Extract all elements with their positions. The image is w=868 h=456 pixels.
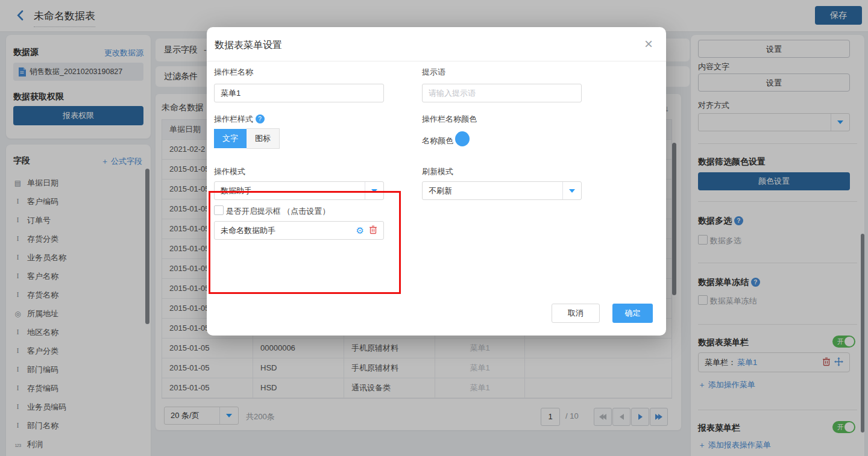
refresh-mode-value: 不刷新	[423, 186, 452, 196]
app-root: 未命名数据表 保存 数据源 更改数据源 销售数据_20210203190827 …	[0, 0, 868, 456]
checkbox-icon[interactable]	[214, 205, 224, 215]
divider	[207, 61, 666, 61]
confirm-button[interactable]: 确定	[612, 304, 653, 323]
tip-checkbox-label: 是否开启提示框	[226, 207, 281, 216]
chevron-down-icon	[569, 189, 575, 193]
table-menu-settings-dialog: 数据表菜单设置 × 操作栏名称 提示语 操作栏样式 ? 文字图标 操作栏名称颜色…	[207, 27, 666, 336]
delete-icon[interactable]	[369, 225, 377, 236]
refresh-mode-select[interactable]: 不刷新	[422, 181, 582, 200]
help-icon[interactable]: ?	[256, 114, 265, 123]
bar-color-label: 操作栏名称颜色	[422, 114, 477, 125]
cancel-button[interactable]: 取消	[552, 304, 600, 323]
tab-text-style[interactable]: 文字	[214, 129, 247, 148]
action-mode-select[interactable]: 数据助手	[214, 181, 384, 200]
assistant-name: 未命名数据助手	[215, 225, 275, 236]
bar-name-input[interactable]	[214, 84, 384, 102]
action-mode-value: 数据助手	[215, 186, 252, 196]
refresh-mode-label: 刷新模式	[422, 166, 453, 177]
tip-input[interactable]	[422, 84, 582, 102]
dialog-title: 数据表菜单设置	[215, 39, 282, 52]
color-swatch[interactable]	[455, 131, 470, 146]
tip-label: 提示语	[422, 67, 445, 78]
bar-style-label: 操作栏样式 ?	[214, 114, 265, 125]
close-icon[interactable]: ×	[644, 36, 653, 52]
style-tab-group: 文字图标	[214, 128, 280, 149]
tip-checkbox-hint[interactable]: （点击设置）	[283, 207, 330, 216]
assistant-item: 未命名数据助手 ⚙	[214, 221, 384, 240]
tab-icon-style[interactable]: 图标	[247, 128, 280, 149]
action-mode-label: 操作模式	[214, 166, 245, 177]
name-color-label: 名称颜色	[422, 136, 453, 146]
gear-icon[interactable]: ⚙	[356, 226, 364, 235]
chevron-down-icon	[371, 189, 377, 193]
tip-dialog-option[interactable]: 是否开启提示框 （点击设置）	[214, 205, 330, 217]
bar-name-label: 操作栏名称	[214, 67, 253, 78]
